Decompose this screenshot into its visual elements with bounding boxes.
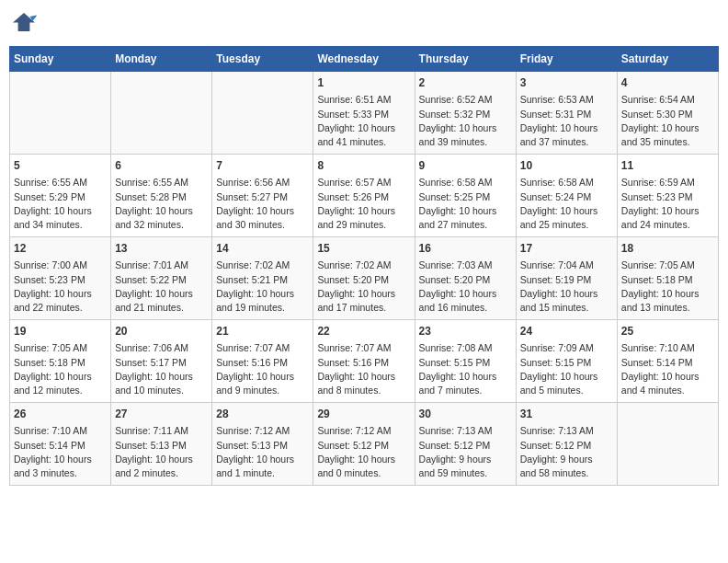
calendar-day: 1Sunrise: 6:51 AM Sunset: 5:33 PM Daylig…: [313, 72, 415, 155]
day-info: Sunrise: 7:13 AM Sunset: 5:12 PM Dayligh…: [520, 424, 613, 480]
calendar-day: 9Sunrise: 6:58 AM Sunset: 5:25 PM Daylig…: [415, 155, 516, 237]
calendar-day: 13Sunrise: 7:01 AM Sunset: 5:22 PM Dayli…: [111, 237, 212, 320]
calendar-day: [617, 403, 718, 486]
weekday-header-saturday: Saturday: [617, 47, 718, 72]
calendar-day: 29Sunrise: 7:12 AM Sunset: 5:12 PM Dayli…: [313, 403, 415, 486]
day-info: Sunrise: 6:57 AM Sunset: 5:26 PM Dayligh…: [317, 176, 410, 232]
day-number: 31: [520, 407, 613, 422]
day-info: Sunrise: 7:03 AM Sunset: 5:20 PM Dayligh…: [419, 259, 512, 315]
day-number: 18: [621, 241, 714, 257]
day-number: 30: [419, 407, 512, 422]
calendar-day: 23Sunrise: 7:08 AM Sunset: 5:15 PM Dayli…: [415, 320, 516, 403]
day-info: Sunrise: 6:56 AM Sunset: 5:27 PM Dayligh…: [216, 176, 309, 232]
weekday-header-row: SundayMondayTuesdayWednesdayThursdayFrid…: [10, 47, 719, 72]
day-info: Sunrise: 7:07 AM Sunset: 5:16 PM Dayligh…: [317, 341, 410, 397]
day-number: 24: [520, 324, 613, 339]
calendar-day: 26Sunrise: 7:10 AM Sunset: 5:14 PM Dayli…: [10, 403, 111, 486]
calendar-day: [212, 72, 313, 155]
day-number: 11: [621, 158, 714, 174]
calendar-day: [10, 72, 111, 155]
calendar-day: 2Sunrise: 6:52 AM Sunset: 5:32 PM Daylig…: [415, 72, 516, 155]
calendar-week-2: 5Sunrise: 6:55 AM Sunset: 5:29 PM Daylig…: [10, 155, 719, 237]
day-number: 2: [419, 75, 512, 91]
weekday-header-monday: Monday: [111, 47, 212, 72]
day-number: 25: [621, 324, 714, 339]
day-number: 29: [317, 407, 410, 422]
day-number: 7: [216, 158, 309, 174]
calendar-day: 10Sunrise: 6:58 AM Sunset: 5:24 PM Dayli…: [516, 155, 617, 237]
day-number: 19: [14, 324, 107, 339]
day-info: Sunrise: 6:54 AM Sunset: 5:30 PM Dayligh…: [621, 93, 714, 149]
calendar-day: 25Sunrise: 7:10 AM Sunset: 5:14 PM Dayli…: [617, 320, 718, 403]
calendar-day: 28Sunrise: 7:12 AM Sunset: 5:13 PM Dayli…: [212, 403, 313, 486]
calendar-day: 4Sunrise: 6:54 AM Sunset: 5:30 PM Daylig…: [617, 72, 718, 155]
day-info: Sunrise: 7:12 AM Sunset: 5:12 PM Dayligh…: [317, 424, 410, 480]
day-number: 16: [419, 241, 512, 257]
day-number: 4: [621, 75, 714, 91]
day-info: Sunrise: 7:09 AM Sunset: 5:15 PM Dayligh…: [520, 341, 613, 397]
calendar-table: SundayMondayTuesdayWednesdayThursdayFrid…: [9, 46, 719, 486]
calendar-day: 20Sunrise: 7:06 AM Sunset: 5:17 PM Dayli…: [111, 320, 212, 403]
svg-marker-0: [13, 13, 35, 31]
calendar-week-5: 26Sunrise: 7:10 AM Sunset: 5:14 PM Dayli…: [10, 403, 719, 486]
day-info: Sunrise: 6:55 AM Sunset: 5:29 PM Dayligh…: [14, 176, 107, 232]
day-info: Sunrise: 7:06 AM Sunset: 5:17 PM Dayligh…: [115, 341, 208, 397]
calendar-day: 27Sunrise: 7:11 AM Sunset: 5:13 PM Dayli…: [111, 403, 212, 486]
day-number: 28: [216, 407, 309, 422]
day-info: Sunrise: 7:11 AM Sunset: 5:13 PM Dayligh…: [115, 424, 208, 480]
day-info: Sunrise: 7:01 AM Sunset: 5:22 PM Dayligh…: [115, 259, 208, 315]
day-info: Sunrise: 6:59 AM Sunset: 5:23 PM Dayligh…: [621, 176, 714, 232]
calendar-day: 19Sunrise: 7:05 AM Sunset: 5:18 PM Dayli…: [10, 320, 111, 403]
weekday-header-friday: Friday: [516, 47, 617, 72]
calendar-day: 17Sunrise: 7:04 AM Sunset: 5:19 PM Dayli…: [516, 237, 617, 320]
day-number: 14: [216, 241, 309, 257]
calendar-day: 16Sunrise: 7:03 AM Sunset: 5:20 PM Dayli…: [415, 237, 516, 320]
calendar-day: [111, 72, 212, 155]
day-info: Sunrise: 7:10 AM Sunset: 5:14 PM Dayligh…: [621, 341, 714, 397]
day-number: 12: [14, 241, 107, 257]
logo-icon: [9, 9, 39, 39]
day-info: Sunrise: 7:05 AM Sunset: 5:18 PM Dayligh…: [621, 259, 714, 315]
calendar-day: 15Sunrise: 7:02 AM Sunset: 5:20 PM Dayli…: [313, 237, 415, 320]
day-number: 8: [317, 158, 410, 174]
calendar-day: 31Sunrise: 7:13 AM Sunset: 5:12 PM Dayli…: [516, 403, 617, 486]
calendar-week-4: 19Sunrise: 7:05 AM Sunset: 5:18 PM Dayli…: [10, 320, 719, 403]
day-info: Sunrise: 6:53 AM Sunset: 5:31 PM Dayligh…: [520, 93, 613, 149]
day-number: 3: [520, 75, 613, 91]
calendar-week-3: 12Sunrise: 7:00 AM Sunset: 5:23 PM Dayli…: [10, 237, 719, 320]
day-number: 26: [14, 407, 107, 422]
weekday-header-sunday: Sunday: [10, 47, 111, 72]
day-info: Sunrise: 6:58 AM Sunset: 5:25 PM Dayligh…: [419, 176, 512, 232]
day-info: Sunrise: 7:05 AM Sunset: 5:18 PM Dayligh…: [14, 341, 107, 397]
calendar-day: 5Sunrise: 6:55 AM Sunset: 5:29 PM Daylig…: [10, 155, 111, 237]
calendar-day: 24Sunrise: 7:09 AM Sunset: 5:15 PM Dayli…: [516, 320, 617, 403]
day-number: 22: [317, 324, 410, 339]
day-number: 9: [419, 158, 512, 174]
day-info: Sunrise: 7:10 AM Sunset: 5:14 PM Dayligh…: [14, 424, 107, 480]
day-number: 15: [317, 241, 410, 257]
calendar-day: 14Sunrise: 7:02 AM Sunset: 5:21 PM Dayli…: [212, 237, 313, 320]
day-number: 5: [14, 158, 107, 174]
calendar-body: 1Sunrise: 6:51 AM Sunset: 5:33 PM Daylig…: [10, 72, 719, 486]
day-info: Sunrise: 7:07 AM Sunset: 5:16 PM Dayligh…: [216, 341, 309, 397]
day-info: Sunrise: 7:12 AM Sunset: 5:13 PM Dayligh…: [216, 424, 309, 480]
day-number: 13: [115, 241, 208, 257]
calendar-day: 18Sunrise: 7:05 AM Sunset: 5:18 PM Dayli…: [617, 237, 718, 320]
day-info: Sunrise: 7:00 AM Sunset: 5:23 PM Dayligh…: [14, 259, 107, 315]
day-info: Sunrise: 7:04 AM Sunset: 5:19 PM Dayligh…: [520, 259, 613, 315]
day-info: Sunrise: 7:08 AM Sunset: 5:15 PM Dayligh…: [419, 341, 512, 397]
calendar-week-1: 1Sunrise: 6:51 AM Sunset: 5:33 PM Daylig…: [10, 72, 719, 155]
day-number: 23: [419, 324, 512, 339]
calendar-day: 22Sunrise: 7:07 AM Sunset: 5:16 PM Dayli…: [313, 320, 415, 403]
page-header: [9, 9, 719, 39]
calendar-day: 3Sunrise: 6:53 AM Sunset: 5:31 PM Daylig…: [516, 72, 617, 155]
day-info: Sunrise: 7:13 AM Sunset: 5:12 PM Dayligh…: [419, 424, 512, 480]
day-info: Sunrise: 6:58 AM Sunset: 5:24 PM Dayligh…: [520, 176, 613, 232]
day-number: 17: [520, 241, 613, 257]
calendar-day: 11Sunrise: 6:59 AM Sunset: 5:23 PM Dayli…: [617, 155, 718, 237]
day-number: 10: [520, 158, 613, 174]
day-number: 1: [317, 75, 410, 91]
day-info: Sunrise: 7:02 AM Sunset: 5:20 PM Dayligh…: [317, 259, 410, 315]
calendar-header: SundayMondayTuesdayWednesdayThursdayFrid…: [10, 47, 719, 72]
day-info: Sunrise: 6:52 AM Sunset: 5:32 PM Dayligh…: [419, 93, 512, 149]
